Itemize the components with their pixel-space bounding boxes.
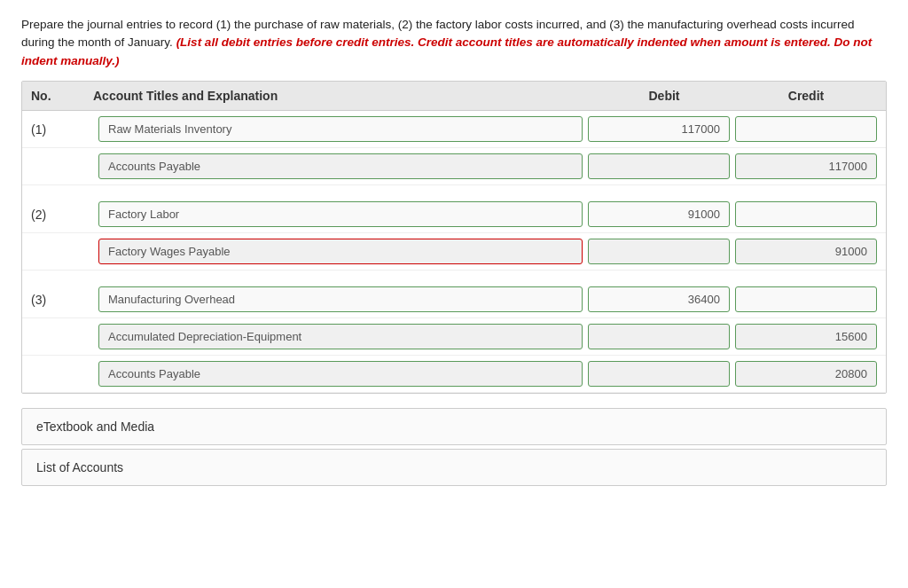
table-row bbox=[22, 233, 886, 270]
account-cell bbox=[98, 201, 583, 227]
debit-input[interactable] bbox=[588, 239, 730, 264]
credit-input[interactable] bbox=[735, 324, 877, 349]
credit-cell bbox=[735, 239, 877, 264]
account-cell bbox=[98, 116, 583, 142]
section-divider bbox=[22, 185, 886, 196]
account-cell bbox=[98, 286, 583, 312]
credit-cell bbox=[735, 361, 877, 387]
debit-input[interactable] bbox=[588, 286, 730, 312]
credit-input[interactable] bbox=[735, 286, 877, 312]
instructions: Prepare the journal entries to record (1… bbox=[0, 0, 908, 81]
section-divider bbox=[22, 270, 886, 281]
debit-cell bbox=[588, 153, 730, 179]
table-row bbox=[22, 356, 886, 393]
etextbook-button[interactable]: eTextbook and Media bbox=[21, 408, 887, 445]
row-number bbox=[31, 372, 93, 374]
credit-cell bbox=[735, 116, 877, 142]
credit-cell bbox=[735, 286, 877, 312]
account-input[interactable] bbox=[98, 239, 583, 264]
debit-cell bbox=[588, 361, 730, 387]
account-cell bbox=[98, 324, 583, 349]
header-debit: Debit bbox=[593, 89, 735, 103]
table-row: (2) bbox=[22, 196, 886, 233]
table-header: No. Account Titles and Explanation Debit… bbox=[22, 82, 886, 111]
credit-input[interactable] bbox=[735, 116, 877, 142]
row-number: (1) bbox=[31, 121, 93, 137]
debit-input[interactable] bbox=[588, 116, 730, 142]
credit-input[interactable] bbox=[735, 153, 877, 179]
account-input[interactable] bbox=[98, 116, 583, 142]
header-credit: Credit bbox=[735, 89, 877, 103]
header-account: Account Titles and Explanation bbox=[93, 89, 593, 103]
row-number bbox=[31, 250, 93, 252]
list-accounts-label: List of Accounts bbox=[36, 460, 123, 474]
table-row: (3) bbox=[22, 281, 886, 318]
credit-input[interactable] bbox=[735, 361, 877, 387]
row-number: (2) bbox=[31, 206, 93, 222]
account-input[interactable] bbox=[98, 286, 583, 312]
debit-cell bbox=[588, 239, 730, 264]
debit-cell bbox=[588, 201, 730, 227]
debit-input[interactable] bbox=[588, 324, 730, 349]
table-row bbox=[22, 318, 886, 356]
account-input[interactable] bbox=[98, 201, 583, 227]
account-cell bbox=[98, 153, 583, 179]
row-number: (3) bbox=[31, 291, 93, 307]
table-row: (1) bbox=[22, 111, 886, 148]
debit-input[interactable] bbox=[588, 361, 730, 387]
debit-input[interactable] bbox=[588, 201, 730, 227]
journal-table: No. Account Titles and Explanation Debit… bbox=[21, 81, 887, 394]
account-cell bbox=[98, 361, 583, 387]
account-input[interactable] bbox=[98, 153, 583, 179]
debit-cell bbox=[588, 324, 730, 349]
bottom-section: eTextbook and Media List of Accounts bbox=[21, 408, 887, 486]
account-input[interactable] bbox=[98, 361, 583, 387]
etextbook-label: eTextbook and Media bbox=[36, 419, 154, 434]
table-row bbox=[22, 148, 886, 185]
debit-cell bbox=[588, 286, 730, 312]
account-input[interactable] bbox=[98, 324, 583, 349]
debit-cell bbox=[588, 116, 730, 142]
account-cell bbox=[98, 239, 583, 264]
credit-input[interactable] bbox=[735, 201, 877, 227]
header-no: No. bbox=[31, 89, 93, 103]
row-number bbox=[31, 335, 93, 337]
credit-cell bbox=[735, 324, 877, 349]
credit-cell bbox=[735, 153, 877, 179]
credit-cell bbox=[735, 201, 877, 227]
row-number bbox=[31, 165, 93, 167]
credit-input[interactable] bbox=[735, 239, 877, 264]
debit-input[interactable] bbox=[588, 153, 730, 179]
list-accounts-button[interactable]: List of Accounts bbox=[21, 449, 887, 486]
